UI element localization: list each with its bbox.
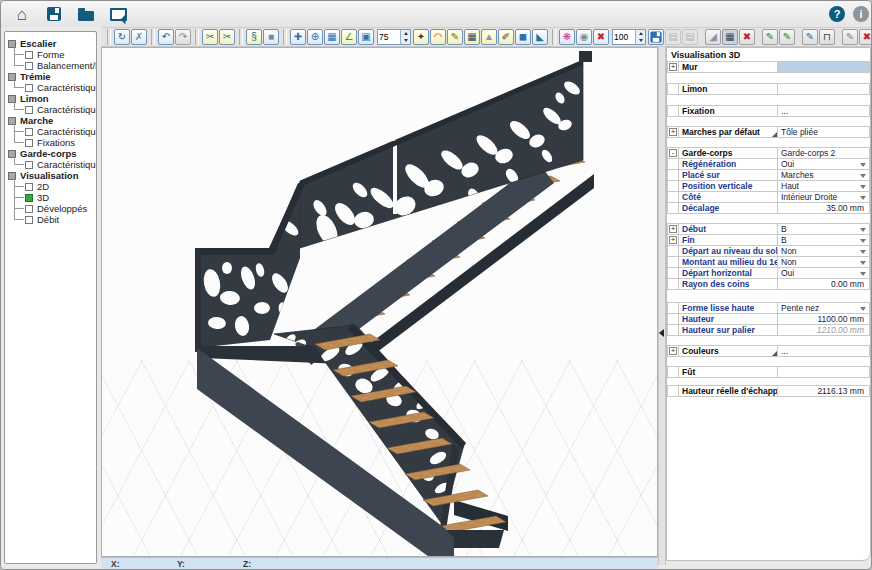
undo-button[interactable]: ↶ (158, 29, 174, 45)
expand-toggle[interactable]: + (669, 128, 677, 136)
checkbox[interactable] (25, 84, 33, 92)
workbench-button[interactable]: ⊓ (819, 29, 835, 45)
grid-dark-button[interactable]: ▦ (722, 29, 738, 45)
help-button[interactable]: ? (829, 6, 845, 22)
collapse-arrow-icon[interactable] (659, 329, 664, 337)
roof-mode-button[interactable]: ◢ (705, 29, 721, 45)
checkbox[interactable] (25, 183, 33, 191)
close-grid-button[interactable]: ✖ (739, 29, 755, 45)
fill-button[interactable]: ◣ (532, 29, 548, 45)
edit-plain-button[interactable]: ✎ (842, 29, 858, 45)
pan-button[interactable]: ✚ (290, 29, 306, 45)
rainbow-render-button[interactable]: ◠ (430, 29, 446, 45)
tools-button[interactable]: ✗ (131, 29, 147, 45)
checkbox[interactable] (25, 216, 33, 224)
collapse-toggle[interactable]: - (669, 149, 677, 157)
prop-label-mur[interactable]: Mur (678, 61, 778, 73)
pencil-icon: ✎ (451, 32, 459, 42)
opacity-down-button[interactable] (636, 37, 645, 44)
3d-viewport[interactable] (101, 47, 658, 557)
prop-value-marches-defaut[interactable]: Tôle pliée (777, 126, 870, 138)
prop-label-marches-defaut[interactable]: Marches par défaut (678, 126, 778, 138)
expand-toggle[interactable]: + (669, 225, 677, 233)
prop-label-fut[interactable]: Fût (678, 366, 778, 378)
prop-value-hauteur-palier: 1210.00 mm (777, 324, 870, 336)
axes-button[interactable]: ∠ (341, 29, 357, 45)
bucket-icon: ◣ (536, 32, 544, 42)
color-wheel-button[interactable]: ❋ (559, 29, 575, 45)
checkbox[interactable] (25, 161, 33, 169)
tree-leaf-gc-caract[interactable]: Caractéristiques (11, 159, 96, 170)
toolbar-separator (195, 29, 199, 45)
prop-label-limon[interactable]: Limon (678, 83, 778, 95)
prop-value-rayon-coins[interactable]: 0.00 mm (777, 278, 870, 290)
checkbox[interactable] (25, 51, 33, 59)
assembly-button[interactable]: ✦ (413, 29, 429, 45)
edit-forward-button[interactable]: ✎ (779, 29, 795, 45)
prop-value-decalage[interactable]: 35.00 mm (777, 202, 870, 214)
prop-label-couleurs[interactable]: Couleurs (678, 345, 778, 357)
stop-button[interactable]: ■ (263, 29, 279, 45)
expand-toggle[interactable]: + (669, 63, 677, 71)
prop-value-couleurs[interactable]: ... (777, 345, 870, 357)
refresh-button[interactable]: ↻ (114, 29, 130, 45)
checkbox[interactable] (25, 106, 33, 114)
expand-toggle[interactable]: + (669, 236, 677, 244)
save-view-button[interactable] (648, 29, 664, 45)
app-window: ⌂ ? i Escalier Forme Balancement/Epure T… (0, 0, 872, 570)
open-button[interactable] (75, 4, 97, 24)
cut-remove-button[interactable]: ✂ (219, 29, 235, 45)
checkbox[interactable] (25, 62, 33, 70)
prop-value-mur[interactable] (777, 61, 870, 73)
center-button[interactable]: ⊕ (307, 29, 323, 45)
tree-leaf-fixations[interactable]: Fixations (11, 137, 96, 148)
copy-view-button[interactable]: ▣ (358, 29, 374, 45)
export-button[interactable] (107, 4, 129, 24)
info-button[interactable]: i (853, 6, 869, 22)
cut-add-button[interactable]: ✂ (202, 29, 218, 45)
tree-leaf-debit[interactable]: Débit (11, 214, 96, 225)
prop-value-limon[interactable] (777, 83, 870, 95)
expand-toggle[interactable]: + (669, 347, 677, 355)
prop-label-fixation[interactable]: Fixation (678, 105, 778, 117)
texture-mesh-button[interactable]: ▦ (464, 29, 480, 45)
zoom-up-button[interactable] (401, 30, 410, 37)
opacity-input[interactable] (613, 30, 635, 44)
delete-view-button[interactable]: ✖ (593, 29, 609, 45)
edit-add-button[interactable]: ✎ (762, 29, 778, 45)
tree-leaf-tremie-caract[interactable]: Caractéristiques (11, 82, 96, 93)
checkbox[interactable] (25, 205, 33, 213)
selection-button[interactable]: ◼ (515, 29, 531, 45)
staircase-3d-model (102, 48, 658, 557)
prop-value-fut[interactable] (777, 366, 870, 378)
opacity-up-button[interactable] (636, 30, 645, 37)
snapshot-button[interactable]: ◉ (576, 29, 592, 45)
tree-leaf-limon-caract[interactable]: Caractéristiques (11, 104, 96, 115)
down-arrow-icon (639, 39, 643, 42)
draw-slope-button[interactable]: ✎ (447, 29, 463, 45)
checkbox-checked[interactable] (25, 194, 33, 202)
zoom-down-button[interactable] (401, 37, 410, 44)
edit-detail-button[interactable]: ✎ (802, 29, 818, 45)
prop-label-hauteur-palier[interactable]: Hauteur sur palier (678, 324, 778, 336)
measure-button[interactable]: ✐ (498, 29, 514, 45)
terrain-button[interactable]: ▲ (481, 29, 497, 45)
save-button[interactable] (43, 4, 65, 24)
prop-value-fixation[interactable]: ... (777, 105, 870, 117)
home-button[interactable]: ⌂ (11, 4, 33, 24)
prop-label-echappee[interactable]: Hauteur réelle d'échappée (678, 385, 778, 397)
spiral-button[interactable]: § (246, 29, 262, 45)
prop-label-decalage[interactable]: Décalage (678, 202, 778, 214)
checkbox[interactable] (25, 139, 33, 147)
zoom-input[interactable] (378, 30, 400, 44)
panel-splitter[interactable] (658, 47, 666, 565)
grid-button[interactable]: ▦ (324, 29, 340, 45)
prop-label-rayon-coins[interactable]: Rayon des coins (678, 278, 778, 290)
chevron-down-icon (860, 239, 866, 243)
close-panel-button[interactable]: ✖ (859, 29, 872, 45)
tree-leaf-balancement[interactable]: Balancement/Epure (11, 60, 96, 71)
checkbox[interactable] (25, 128, 33, 136)
export-view-button[interactable]: ▤ (682, 29, 698, 45)
redo-button[interactable]: ↷ (175, 29, 191, 45)
import-view-button[interactable]: ▤ (665, 29, 681, 45)
